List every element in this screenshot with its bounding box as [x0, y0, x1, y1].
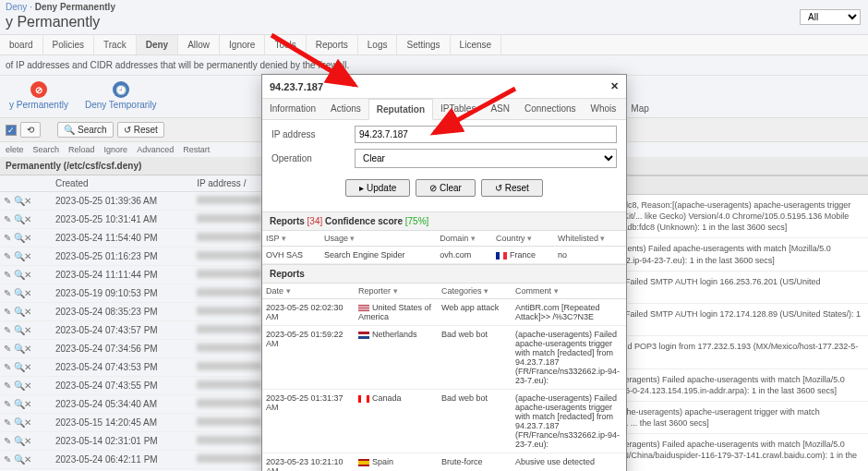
tab-policies[interactable]: Policies: [43, 35, 94, 54]
table-row[interactable]: ✎🔍✕2023-05-14 02:31:01 PM: [0, 432, 286, 451]
edit-icon[interactable]: ✎: [4, 454, 13, 464]
close-icon[interactable]: ✕: [610, 80, 619, 92]
search-icon[interactable]: 🔍: [14, 307, 23, 316]
edit-icon[interactable]: ✎: [4, 380, 13, 390]
search-icon[interactable]: 🔍: [14, 214, 23, 223]
table-row[interactable]: ✎🔍✕2023-05-25 01:39:36 AM: [0, 192, 286, 211]
tool-advanced[interactable]: Advanced: [137, 145, 174, 154]
tool-reload[interactable]: Reload: [68, 145, 95, 154]
tab-ignore[interactable]: Ignore: [220, 35, 265, 54]
refresh-button[interactable]: ⟲: [20, 122, 41, 138]
annotation-arrow-2: [423, 85, 524, 151]
search-icon[interactable]: 🔍: [14, 233, 23, 242]
search-icon[interactable]: 🔍: [14, 417, 23, 427]
edit-icon[interactable]: ✎: [4, 233, 13, 242]
clear-button[interactable]: ⊘ Clear: [416, 179, 476, 197]
col-domain[interactable]: Domain: [436, 231, 492, 247]
mtab-connections[interactable]: Connections: [517, 99, 584, 119]
update-button[interactable]: ▸ Update: [345, 179, 410, 197]
op-select[interactable]: Clear: [355, 149, 617, 168]
col-reporter[interactable]: Reporter: [355, 284, 438, 299]
table-row[interactable]: ✎🔍✕2023-05-24 07:43:53 PM: [0, 358, 286, 377]
col-usage[interactable]: Usage: [320, 231, 436, 247]
edit-icon[interactable]: ✎: [4, 251, 13, 260]
tab-settings[interactable]: Settings: [397, 35, 450, 54]
mtab-map[interactable]: Map: [623, 99, 656, 119]
table-row[interactable]: ✎🔍✕2023-05-24 08:35:23 PM: [0, 303, 286, 321]
col-comment[interactable]: Comment: [512, 284, 626, 299]
tab-deny[interactable]: Deny: [137, 35, 178, 54]
tool-elete[interactable]: elete: [6, 145, 24, 154]
delete-icon[interactable]: ✕: [24, 380, 33, 390]
table-row[interactable]: ✎🔍✕2023-05-24 11:11:44 PM: [0, 266, 286, 284]
col-country[interactable]: Country: [492, 231, 554, 247]
col-created[interactable]: Created: [52, 175, 193, 192]
table-row[interactable]: ✎🔍✕2023-05-25 10:31:41 AM: [0, 211, 286, 229]
search-button[interactable]: 🔍 Search: [57, 122, 114, 138]
filter-all-select[interactable]: All: [800, 9, 861, 25]
table-row[interactable]: ✎🔍✕2023-05-24 05:34:40 AM: [0, 395, 286, 414]
modal-reset-button[interactable]: ↺ Reset: [481, 179, 543, 197]
search-icon[interactable]: 🔍: [14, 288, 23, 297]
delete-icon[interactable]: ✕: [24, 325, 33, 334]
delete-icon[interactable]: ✕: [24, 454, 33, 464]
delete-icon[interactable]: ✕: [24, 270, 33, 279]
search-icon[interactable]: 🔍: [14, 362, 23, 371]
edit-icon[interactable]: ✎: [4, 214, 13, 223]
tool-restart[interactable]: Restart: [183, 145, 210, 154]
tab-allow[interactable]: Allow: [178, 35, 220, 54]
delete-icon[interactable]: ✕: [24, 214, 33, 223]
edit-icon[interactable]: ✎: [4, 196, 13, 205]
table-row[interactable]: ✎🔍✕2023-05-24 11:54:40 PM: [0, 229, 286, 248]
col-isp[interactable]: ISP: [262, 231, 320, 247]
search-icon[interactable]: 🔍: [14, 251, 23, 260]
tool-ignore[interactable]: Ignore: [104, 145, 128, 154]
edit-icon[interactable]: ✎: [4, 288, 13, 297]
search-icon[interactable]: 🔍: [14, 380, 23, 390]
reset-button[interactable]: ↺ Reset: [117, 122, 164, 138]
edit-icon[interactable]: ✎: [4, 325, 13, 334]
search-icon[interactable]: 🔍: [14, 325, 23, 334]
edit-icon[interactable]: ✎: [4, 270, 13, 279]
search-icon[interactable]: 🔍: [14, 436, 23, 445]
col-whitelisted[interactable]: Whitelisted: [554, 231, 626, 247]
tab-license[interactable]: License: [451, 35, 501, 54]
table-row[interactable]: ✎🔍✕2023-05-15 14:20:45 AM: [0, 414, 286, 432]
search-icon[interactable]: 🔍: [14, 454, 23, 464]
action-deny-temporarily[interactable]: 🕘Deny Temporarily: [85, 81, 157, 110]
action-y-permanently[interactable]: ⊘y Permanently: [9, 81, 68, 110]
tab-track[interactable]: Track: [94, 35, 137, 54]
tool-search[interactable]: Search: [33, 145, 60, 154]
delete-icon[interactable]: ✕: [24, 288, 33, 297]
table-row[interactable]: ✎🔍✕2023-05-24 07:43:55 PM: [0, 377, 286, 395]
table-row[interactable]: ✎🔍✕2023-05-24 07:43:57 PM: [0, 321, 286, 340]
search-icon[interactable]: 🔍: [14, 196, 23, 205]
select-all-checkbox[interactable]: ✓: [6, 125, 17, 136]
edit-icon[interactable]: ✎: [4, 307, 13, 316]
delete-icon[interactable]: ✕: [24, 362, 33, 371]
delete-icon[interactable]: ✕: [24, 233, 33, 242]
edit-icon[interactable]: ✎: [4, 417, 13, 427]
search-icon[interactable]: 🔍: [14, 344, 23, 353]
delete-icon[interactable]: ✕: [24, 251, 33, 260]
search-icon[interactable]: 🔍: [14, 399, 23, 408]
table-row[interactable]: ✎🔍✕2023-05-24 06:42:11 PM: [0, 451, 286, 469]
search-icon[interactable]: 🔍: [14, 270, 23, 279]
table-row[interactable]: ✎🔍✕2023-05-19 09:10:53 PM: [0, 284, 286, 303]
delete-icon[interactable]: ✕: [24, 436, 33, 445]
edit-icon[interactable]: ✎: [4, 399, 13, 408]
delete-icon[interactable]: ✕: [24, 307, 33, 316]
table-row[interactable]: ✎🔍✕2023-05-24 07:34:56 PM: [0, 340, 286, 358]
delete-icon[interactable]: ✕: [24, 417, 33, 427]
col-categories[interactable]: Categories: [438, 284, 512, 299]
delete-icon[interactable]: ✕: [24, 196, 33, 205]
mtab-whois[interactable]: Whois: [584, 99, 624, 119]
col-date[interactable]: Date: [262, 284, 355, 299]
delete-icon[interactable]: ✕: [24, 344, 33, 353]
delete-icon[interactable]: ✕: [24, 399, 33, 408]
tab-board[interactable]: board: [0, 35, 43, 54]
table-row[interactable]: ✎🔍✕2023-05-25 01:16:23 PM: [0, 248, 286, 266]
edit-icon[interactable]: ✎: [4, 344, 13, 353]
edit-icon[interactable]: ✎: [4, 362, 13, 371]
edit-icon[interactable]: ✎: [4, 436, 13, 445]
